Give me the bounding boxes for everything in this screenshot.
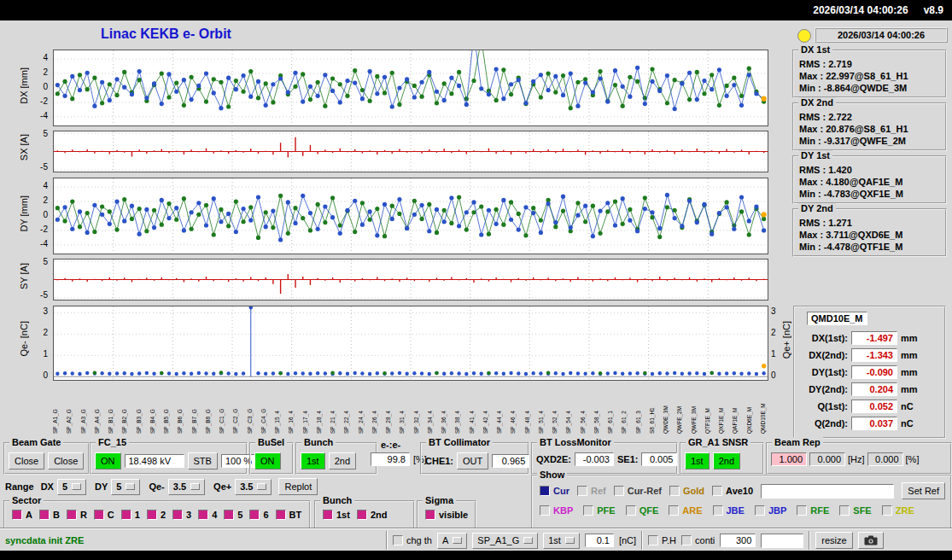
screenshot-button[interactable] [858,532,884,549]
bpm-label: SP_54_4 [566,384,572,434]
sigma-visible-checkbox[interactable]: visible [425,510,468,520]
show-layer-checkbox[interactable]: Cur-Ref [614,486,662,496]
checkbox-square [323,510,333,520]
checkbox-square [648,535,658,545]
sector-select[interactable]: A [437,533,467,549]
checkbox-label: B [53,510,60,520]
show-layer-checkbox[interactable]: Ave10 [712,486,753,496]
region-checkbox[interactable]: RFE [797,505,829,516]
bunch-checkbox[interactable]: 1st [323,510,350,520]
fc15-stb-button[interactable]: STB [188,452,218,470]
checkbox-label: chg th [406,535,432,545]
bpm-label: QXD6E_M [747,384,753,434]
sector-checkbox[interactable]: C [94,510,114,520]
region-checkbox[interactable]: QFE [626,505,659,516]
checkbox-label: SFE [853,505,871,516]
set-ref-input[interactable] [761,484,894,499]
bpm-label: SP_B7_G [192,384,198,434]
charge-plot[interactable] [53,306,768,381]
bpm-select[interactable]: SP_A1_G [472,533,538,549]
checkbox-square [67,510,77,520]
dy-orbit-plot[interactable] [53,178,768,254]
beam-gate-close-button-1[interactable]: Close [9,452,44,470]
sx-steering-plot[interactable] [53,131,768,172]
sector-checkbox[interactable]: 4 [198,510,217,520]
sector-checkbox[interactable]: 5 [224,510,242,520]
checkbox-square [681,535,692,545]
show-layer-checkbox[interactable]: Gold [669,486,704,496]
bunch-1st-button[interactable]: 1st [301,452,325,470]
range-select[interactable]: 5 [57,479,86,495]
fc15-on-button[interactable]: ON [95,452,121,470]
resize-button[interactable]: resize [815,532,852,549]
chg-th-checkbox[interactable]: chg th [393,535,432,545]
checkbox-square [224,510,234,520]
che1-out-button[interactable]: OUT [457,452,488,470]
qxd2e-label: QXD2E: [536,454,571,464]
dx-orbit-plot[interactable] [53,50,768,126]
range-select[interactable]: 5 [111,479,140,495]
sy-steering-plot[interactable] [53,259,768,300]
topbar-datetime: 2026/03/14 04:00:26 [813,4,908,16]
qe-plus-axis-label: Qe+ [nC] [781,321,791,359]
threshold-unit: [nC] [619,535,636,545]
region-checkbox[interactable]: PFE [583,505,615,516]
range-select-value: 5 [62,481,67,492]
beam-rep-value-3: 0.000 [867,452,903,466]
region-checkbox[interactable]: JBE [713,505,745,516]
checkbox-square [839,505,850,516]
region-checkbox[interactable]: JBP [755,505,786,516]
checkbox-square [172,510,183,520]
beam-rep-pct-unit: [%] [906,454,920,464]
monitor-row: DX(1st): -1.497 mm [798,331,941,345]
stat-min: Min : -4.783@QXF1E_M [799,188,943,200]
region-checkbox[interactable]: ZRE [882,505,914,516]
stat-group: DX 2nd RMS : 2.722 Max : 20.876@S8_61_H1… [792,102,947,151]
replot-button[interactable]: Replot [278,478,318,495]
snsr-2nd-button[interactable]: 2nd [713,452,740,470]
bunch-checkbox[interactable]: 2nd [357,510,388,520]
region-checkbox[interactable]: KBP [540,505,573,516]
sector-checkbox[interactable]: BT [276,510,302,520]
qxd2e-value: -0.003 [575,452,614,466]
set-ref-button[interactable]: Set Ref [902,482,945,499]
region-checkbox[interactable]: SFE [839,505,871,516]
snsr-1st-button[interactable]: 1st [685,452,710,470]
sector-checkbox[interactable]: R [67,510,87,520]
beam-gate-close-button-2[interactable]: Close [48,452,84,470]
count-input[interactable]: 300 [720,534,756,547]
range-bar: Range DX 5 DY 5 Qe- 3.5 Qe+ 3.5 Replot [5,478,318,495]
checkbox-square [147,510,157,520]
sector-checkbox[interactable]: A [12,510,32,520]
bunch-2nd-button[interactable]: 2nd [329,452,356,470]
bpm-label: SP_61_3 [636,384,642,434]
range-item: DX 5 [41,479,86,495]
sector-checkbox[interactable]: 6 [249,510,268,520]
stat-rms: RMS : 1.420 [799,164,943,176]
checkbox-square [755,505,765,516]
bpm-label: SP_22_4 [344,384,350,434]
aux-input[interactable] [761,534,803,548]
dropdown-indicator-icon [72,483,81,490]
sector-checkbox[interactable]: 1 [121,510,140,520]
show-layer-checkbox[interactable]: Cur [540,486,569,496]
busel-on-button[interactable]: ON [254,452,281,470]
threshold-input[interactable]: 0.1 [585,534,614,547]
ee-ratio-value: 99.8 [371,452,410,466]
monitor-row-value: -1.343 [851,348,897,362]
ph-checkbox[interactable]: P.H [648,535,676,545]
bunch-order-select[interactable]: 1st [543,533,580,549]
sector-checkbox[interactable]: 2 [147,510,166,520]
conti-checkbox[interactable]: conti [681,535,715,545]
stat-group: DY 1st RMS : 1.420 Max : 4.180@QAF1E_M M… [792,155,947,204]
show-layer-checkbox[interactable]: Ref [577,486,606,496]
checkbox-label: RFE [810,505,829,516]
region-checkbox[interactable]: ARE [669,505,702,516]
range-select-value: 5 [116,481,121,492]
range-item-label: Qe+ [213,481,231,492]
range-select[interactable]: 3.5 [168,479,205,495]
dropdown-indicator-icon [565,537,575,544]
sector-checkbox[interactable]: 3 [172,510,191,520]
sector-checkbox[interactable]: B [39,510,60,520]
range-select[interactable]: 3.5 [235,479,272,495]
